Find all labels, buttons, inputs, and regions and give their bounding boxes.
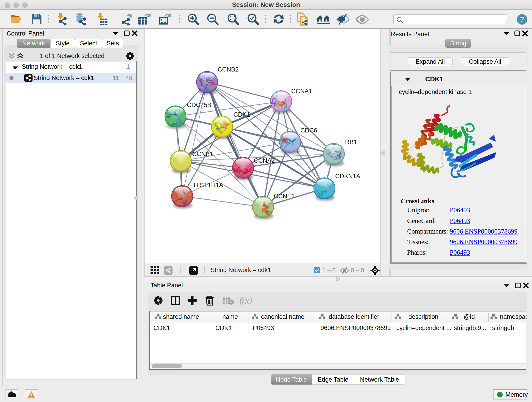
- svg-text:CCNB2: CCNB2: [218, 66, 239, 73]
- svg-text:CDKN1A: CDKN1A: [335, 173, 360, 180]
- svg-text:CDK1: CDK1: [234, 111, 250, 118]
- svg-text:CDC25B: CDC25B: [187, 102, 211, 108]
- svg-text:HIST1H1A: HIST1H1A: [194, 182, 223, 189]
- svg-text:RB1: RB1: [345, 139, 357, 146]
- svg-text:CCNE1: CCNE1: [274, 193, 295, 200]
- svg-text:CDC6: CDC6: [300, 127, 317, 134]
- svg-text:?: ?: [520, 15, 525, 23]
- svg-text:CCNA1: CCNA1: [291, 88, 312, 95]
- svg-text:CCNA2: CCNA2: [254, 157, 275, 164]
- svg-text:CCNB1: CCNB1: [192, 151, 213, 157]
